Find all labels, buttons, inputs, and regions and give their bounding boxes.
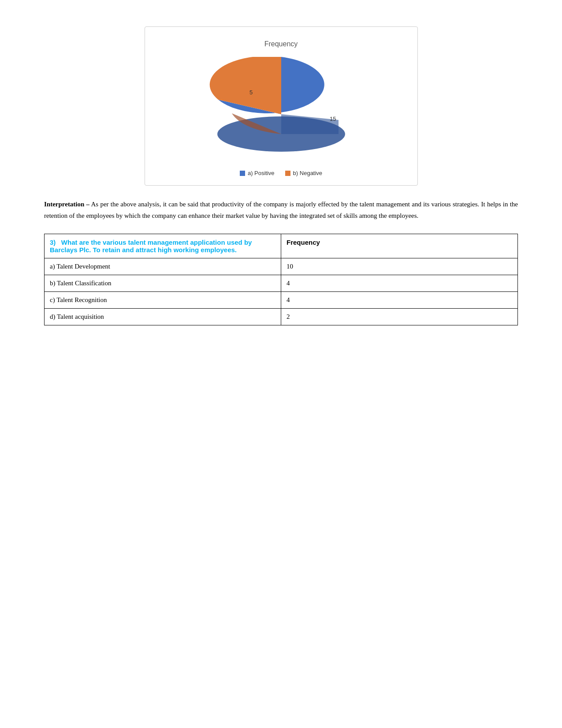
table-row: b) Talent Classification 4: [45, 275, 518, 292]
table-question-header: 3) What are the various talent managemen…: [45, 234, 281, 258]
interpretation-text: As per the above analysis, it can be sai…: [44, 201, 518, 219]
option-a-label: a) Talent Development: [45, 258, 281, 275]
option-b-freq: 4: [281, 275, 518, 292]
table-freq-header: Frequency: [281, 234, 518, 258]
option-c-freq: 4: [281, 292, 518, 309]
legend-color-negative: [285, 171, 290, 176]
label-negative: 5: [249, 89, 253, 96]
option-c-label: c) Talent Recognition: [45, 292, 281, 309]
table-row: c) Talent Recognition 4: [45, 292, 518, 309]
table-row: a) Talent Development 10: [45, 258, 518, 275]
interpretation-label: Interpretation –: [44, 201, 89, 208]
option-b-label: b) Talent Classification: [45, 275, 281, 292]
label-positive: 15: [330, 116, 336, 122]
question-text: What are the various talent management a…: [50, 239, 252, 254]
option-d-label: d) Talent acquisition: [45, 309, 281, 325]
legend-item-negative: b) Negative: [285, 170, 322, 176]
data-table: 3) What are the various talent managemen…: [44, 234, 518, 325]
legend-color-positive: [240, 171, 245, 176]
chart-legend: a) Positive b) Negative: [154, 170, 409, 176]
chart-title: Frequency: [154, 40, 409, 48]
legend-label-positive: a) Positive: [248, 170, 275, 176]
table-row: d) Talent acquisition 2: [45, 309, 518, 325]
chart-container: Frequency 15 5 a) Positive: [145, 26, 418, 186]
option-d-freq: 2: [281, 309, 518, 325]
question-number: 3): [50, 239, 56, 246]
pie-chart-wrapper: 15 5: [154, 57, 409, 163]
interpretation-paragraph: Interpretation – As per the above analys…: [44, 199, 518, 221]
pie-chart-svg: 15 5: [193, 57, 369, 163]
option-a-freq: 10: [281, 258, 518, 275]
table-header-row: 3) What are the various talent managemen…: [45, 234, 518, 258]
legend-label-negative: b) Negative: [293, 170, 322, 176]
legend-item-positive: a) Positive: [240, 170, 275, 176]
